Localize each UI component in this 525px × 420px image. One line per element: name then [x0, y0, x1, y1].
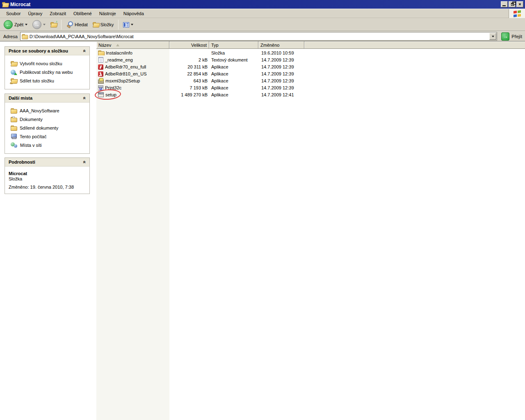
file-modified: 14.7.2009 12:39 — [258, 57, 304, 62]
titlebar[interactable]: Microcat × — [0, 0, 525, 9]
task-label: Sdílet tuto složku — [20, 78, 54, 83]
search-icon — [66, 21, 73, 28]
adobe-reader-setup-icon — [98, 64, 103, 70]
column-header-size[interactable]: Velikost — [169, 41, 209, 48]
sorted-column-shade — [96, 49, 169, 420]
file-name: InstalacniInfo — [106, 50, 132, 55]
place-mista-v-siti[interactable]: Místa v síti — [11, 141, 88, 149]
toolbar: ← Zpět → ↑ Hledat Složky — [0, 18, 525, 31]
column-header-name[interactable]: Název — [96, 41, 169, 48]
file-size: 20 311 kB — [169, 64, 209, 69]
place-label: Sdílené dokumenty — [20, 126, 58, 130]
place-sdilene-dokumenty[interactable]: Sdílené dokumenty — [11, 123, 88, 132]
details-modified: Změněno: 19. června 2010, 7:38 — [9, 185, 88, 189]
share-folder-icon — [11, 78, 17, 83]
file-modified: 19.6.2010 10:59 — [258, 50, 304, 55]
windows-logo — [509, 9, 525, 18]
toolbar-separator — [61, 20, 62, 30]
address-input[interactable]: D:\Download\AAA_PC\AAA_NovySoftware\Micr… — [20, 32, 497, 41]
menu-napoveda[interactable]: Nápověda — [120, 10, 148, 17]
panel-file-tasks-header[interactable]: Práce se soubory a složkou « — [5, 47, 89, 55]
documents-folder-icon — [11, 116, 17, 122]
collapse-chevron-icon[interactable]: « — [82, 97, 88, 100]
forward-button[interactable]: → — [30, 19, 48, 30]
panel-details-header[interactable]: Podrobnosti « — [5, 158, 89, 167]
forward-icon: → — [32, 20, 41, 29]
views-button[interactable] — [121, 19, 135, 30]
sort-ascending-icon — [116, 42, 119, 46]
task-publish-web[interactable]: Publikovat složky na webu — [11, 68, 88, 76]
address-dropdown-button[interactable] — [489, 33, 496, 40]
panel-title: Podrobnosti — [9, 160, 35, 164]
file-name: _readme_eng — [105, 57, 133, 62]
file-type: Textový dokument — [209, 57, 258, 62]
address-label: Adresa — [3, 34, 18, 39]
up-button[interactable]: ↑ — [48, 19, 59, 30]
publish-web-icon — [11, 69, 17, 75]
table-row-setup[interactable]: setup 1 489 270 kB Aplikace 14.7.2009 12… — [96, 91, 525, 98]
new-folder-icon — [11, 61, 17, 66]
folders-button[interactable]: Složky — [91, 19, 116, 30]
table-row[interactable]: InstalacniInfo Složka 19.6.2010 10:59 — [96, 49, 525, 56]
file-name: AdbeRdr810_en_US — [105, 71, 147, 76]
text-document-icon — [98, 57, 103, 63]
restore-button[interactable] — [509, 1, 516, 7]
menu-zobrazit[interactable]: Zobrazit — [46, 10, 70, 17]
menu-oblibene[interactable]: Oblíbené — [70, 10, 96, 17]
file-size: 643 kB — [169, 78, 209, 83]
folders-label: Složky — [100, 22, 114, 27]
menu-soubor[interactable]: Soubor — [2, 10, 24, 17]
panel-title: Další místa — [9, 96, 32, 100]
table-row[interactable]: _readme_eng 2 kB Textový dokument 14.7.2… — [96, 56, 525, 63]
file-modified: 14.7.2009 12:39 — [258, 64, 304, 69]
menu-nastroje[interactable]: Nástroje — [96, 10, 120, 17]
task-pane: Práce se soubory a složkou « Vytvořit no… — [0, 41, 96, 420]
column-header-modified[interactable]: Změněno — [258, 41, 304, 48]
back-button[interactable]: ← Zpět — [2, 19, 30, 30]
address-folder-icon — [22, 34, 27, 39]
place-label: Tento počítač — [20, 134, 46, 139]
collapse-chevron-icon[interactable]: « — [82, 50, 88, 52]
menubar: Soubor Úpravy Zobrazit Oblíbené Nástroje… — [0, 9, 525, 18]
menu-upravy[interactable]: Úpravy — [24, 10, 46, 17]
panel-other-places-header[interactable]: Další místa « — [5, 94, 89, 103]
go-label: Přejít — [511, 34, 522, 39]
content-area: Práce se soubory a složkou « Vytvořit no… — [0, 41, 525, 420]
table-row[interactable]: msxml3sp2Setup 643 kB Aplikace 14.7.2009… — [96, 77, 525, 84]
folder-icon — [11, 108, 17, 113]
adobe-reader-setup-icon — [98, 71, 103, 77]
minimize-button[interactable] — [501, 1, 508, 7]
panel-file-tasks: Práce se soubory a složkou « Vytvořit no… — [5, 46, 90, 89]
file-size: 7 193 kB — [169, 85, 209, 90]
views-dropdown-icon[interactable] — [131, 24, 133, 27]
column-headers: Název Velikost Typ Změněno — [96, 41, 525, 49]
table-row[interactable]: AdbeRdr70_enu_full 20 311 kB Aplikace 14… — [96, 63, 525, 70]
panel-other-places: Další místa « AAA_NovySoftware Dokumenty… — [5, 94, 90, 154]
go-button[interactable]: → Přejít — [500, 32, 524, 41]
folder-icon — [98, 50, 104, 55]
place-aaa-novysoftware[interactable]: AAA_NovySoftware — [11, 106, 88, 115]
task-create-folder[interactable]: Vytvořit novou složku — [11, 59, 88, 68]
file-type: Aplikace — [209, 78, 258, 83]
file-type: Aplikace — [209, 92, 258, 97]
collapse-chevron-icon[interactable]: « — [82, 161, 88, 164]
table-row[interactable]: Print32c 7 193 kB Aplikace 14.7.2009 12:… — [96, 84, 525, 91]
file-type: Aplikace — [209, 64, 258, 69]
back-dropdown-icon[interactable] — [25, 24, 27, 27]
search-button[interactable]: Hledat — [64, 19, 90, 30]
table-row[interactable]: AdbeRdr810_en_US 22 854 kB Aplikace 14.7… — [96, 70, 525, 77]
toolbar-separator — [118, 20, 119, 30]
search-label: Hledat — [75, 22, 88, 27]
column-header-type[interactable]: Typ — [209, 41, 258, 48]
file-modified: 14.7.2009 12:39 — [258, 78, 304, 83]
close-button[interactable]: × — [516, 1, 523, 7]
place-dokumenty[interactable]: Dokumenty — [11, 115, 88, 123]
forward-dropdown-icon[interactable] — [43, 24, 46, 27]
address-bar: Adresa D:\Download\AAA_PC\AAA_NovySoftwa… — [0, 31, 525, 41]
file-name: AdbeRdr70_enu_full — [105, 64, 146, 69]
file-modified: 14.7.2009 12:41 — [258, 92, 304, 97]
column-label: Název — [98, 43, 111, 48]
place-tento-pocitac[interactable]: Tento počítač — [11, 132, 88, 141]
task-share-folder[interactable]: Sdílet tuto složku — [11, 76, 88, 85]
details-type: Složka — [9, 176, 88, 181]
